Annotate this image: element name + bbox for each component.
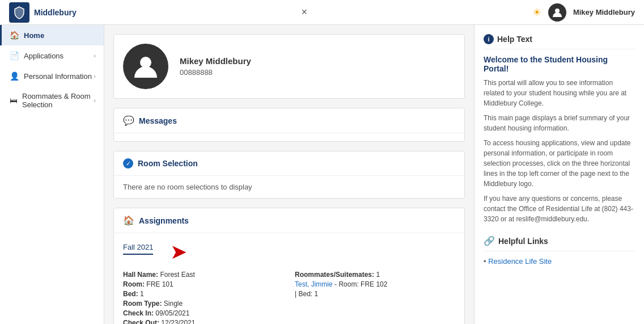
room-selection-card: ✓ Room Selection There are no room selec… xyxy=(113,151,465,199)
profile-id: 00888888 xyxy=(180,68,251,77)
main-layout: 🏠 Home 📄 Applications › 👤 Personal Infor… xyxy=(0,25,644,324)
messages-card: 💬 Messages xyxy=(113,108,465,142)
chevron-icon-applications: › xyxy=(94,52,96,59)
check-out-row: Check Out: 12/23/2021 xyxy=(123,319,283,324)
sidebar-item-roommates[interactable]: 🛏 Roommates & Room Selection › xyxy=(0,86,104,115)
bed-value: 1 xyxy=(140,290,144,298)
sidebar-label-roommates: Roommates & Room Selection xyxy=(22,92,94,109)
sidebar-item-applications[interactable]: 📄 Applications › xyxy=(0,45,104,66)
profile-card: Mikey Middlebury 00888888 xyxy=(113,34,465,99)
close-button[interactable]: × xyxy=(302,6,308,18)
assignment-right-col: Roommates/Suitemates: 1 Test, Jimmie - R… xyxy=(295,271,455,324)
assignments-header: 🏠 Assignments xyxy=(114,208,464,233)
check-in-label: Check In: xyxy=(123,309,154,317)
roommate-bed-value: 1 xyxy=(314,290,318,298)
roommate-room-value: FRE 102 xyxy=(361,280,387,288)
room-row: Room: FRE 101 xyxy=(123,280,283,288)
room-selection-header: ✓ Room Selection xyxy=(114,152,464,176)
roommate-bed-label: | Bed: xyxy=(295,290,312,298)
assignments-card: 🏠 Assignments Fall 2021 ➤ Hall Name: For… xyxy=(113,208,465,324)
hall-name-value: Forest East xyxy=(160,271,194,279)
assignments-tab: Fall 2021 xyxy=(123,243,153,255)
sidebar-item-home[interactable]: 🏠 Home xyxy=(0,25,104,45)
logo-text: Middlebury xyxy=(34,8,77,17)
room-selection-empty: There are no room selections to display xyxy=(123,183,455,191)
help-body: Welcome to the Student Housing Portal! T… xyxy=(484,55,635,224)
profile-info: Mikey Middlebury 00888888 xyxy=(180,56,251,77)
profile-avatar xyxy=(123,44,168,89)
help-header: i Help Text xyxy=(484,34,635,49)
sidebar-label-home: Home xyxy=(24,31,44,40)
messages-title: Messages xyxy=(139,116,177,125)
help-paragraph4: If you have any questions or concerns, p… xyxy=(484,193,635,224)
info-icon: i xyxy=(484,34,494,44)
sidebar-label-personal-info: Personal Information xyxy=(24,72,92,81)
logo-shield xyxy=(9,2,29,23)
list-item: Residence Life Site xyxy=(484,257,635,266)
link-icon: 🔗 xyxy=(484,235,495,246)
bed-label: Bed: xyxy=(123,290,138,298)
room-label: Room: xyxy=(123,280,145,288)
assignments-title: Assignments xyxy=(139,216,189,225)
check-circle-icon: ✓ xyxy=(123,158,133,169)
roommate-bed-row: | Bed: 1 xyxy=(295,290,455,298)
roommate-detail-row: Test, Jimmie - Room: FRE 102 xyxy=(295,280,455,288)
helpful-links-section: 🔗 Helpful Links Residence Life Site xyxy=(484,235,635,266)
applications-icon: 📄 xyxy=(10,51,19,60)
check-in-value: 09/05/2021 xyxy=(155,309,189,317)
check-out-value: 12/23/2021 xyxy=(161,319,195,324)
welcome-heading: Welcome to the Student Housing Portal! xyxy=(484,55,635,73)
roommate-link[interactable]: Test, Jimmie xyxy=(295,280,333,288)
room-type-value: Single xyxy=(164,300,183,308)
assignments-body: Fall 2021 ➤ Hall Name: Forest East Room:… xyxy=(114,233,464,324)
user-name-header: Mikey Middlebury xyxy=(573,8,635,16)
room-selection-body: There are no room selections to display xyxy=(114,176,464,198)
help-paragraph2: This main page displays a brief summary … xyxy=(484,113,635,133)
header-left: Middlebury xyxy=(9,2,77,23)
roommates-icon: 🛏 xyxy=(10,96,18,105)
assignments-icon: 🏠 xyxy=(123,215,134,226)
profile-name: Mikey Middlebury xyxy=(180,56,251,66)
hall-name-row: Hall Name: Forest East xyxy=(123,271,283,279)
header-right: ☀ Mikey Middlebury xyxy=(532,3,635,22)
red-arrow-icon: ➤ xyxy=(170,240,187,264)
roommates-count: 1 xyxy=(376,271,380,279)
bed-row: Bed: 1 xyxy=(123,290,283,298)
sidebar: 🏠 Home 📄 Applications › 👤 Personal Infor… xyxy=(0,25,104,324)
help-paragraph3: To access housing applications, view and… xyxy=(484,138,635,189)
links-list: Residence Life Site xyxy=(484,257,635,266)
personal-info-icon: 👤 xyxy=(10,71,19,81)
messages-icon: 💬 xyxy=(123,115,134,126)
check-out-label: Check Out: xyxy=(123,319,159,324)
room-type-row: Room Type: Single xyxy=(123,300,283,308)
help-paragraph1: This portal will allow you to see inform… xyxy=(484,78,635,108)
check-in-row: Check In: 09/05/2021 xyxy=(123,309,283,317)
chevron-icon-roommates: › xyxy=(94,97,96,104)
sun-icon[interactable]: ☀ xyxy=(532,6,541,19)
home-icon: 🏠 xyxy=(10,31,19,40)
residence-life-link[interactable]: Residence Life Site xyxy=(488,257,552,266)
links-header: 🔗 Helpful Links xyxy=(484,235,635,251)
roommate-room-label: Room: xyxy=(338,280,358,288)
room-value: FRE 101 xyxy=(146,280,173,288)
room-selection-title: Room Selection xyxy=(138,159,198,168)
sidebar-item-personal-info[interactable]: 👤 Personal Information › xyxy=(0,66,104,86)
hall-name-label: Hall Name: xyxy=(123,271,158,279)
roommates-row: Roommates/Suitemates: 1 xyxy=(295,271,455,279)
assignment-details: Hall Name: Forest East Room: FRE 101 Bed… xyxy=(123,271,455,324)
right-panel: i Help Text Welcome to the Student Housi… xyxy=(474,25,644,324)
main-content: Mikey Middlebury 00888888 💬 Messages ✓ R… xyxy=(104,25,474,324)
user-avatar xyxy=(548,3,566,22)
sidebar-label-applications: Applications xyxy=(24,52,63,60)
top-header: Middlebury × ☀ Mikey Middlebury xyxy=(0,0,644,25)
roommates-label: Roommates/Suitemates: xyxy=(295,271,374,279)
links-title: Helpful Links xyxy=(498,237,548,246)
room-type-label: Room Type: xyxy=(123,300,162,308)
assignment-left-col: Hall Name: Forest East Room: FRE 101 Bed… xyxy=(123,271,283,324)
svg-point-0 xyxy=(555,9,560,13)
help-title: Help Text xyxy=(497,35,532,44)
chevron-icon-personal: › xyxy=(94,73,96,79)
messages-header: 💬 Messages xyxy=(114,108,464,133)
help-section: i Help Text Welcome to the Student Housi… xyxy=(484,34,635,224)
